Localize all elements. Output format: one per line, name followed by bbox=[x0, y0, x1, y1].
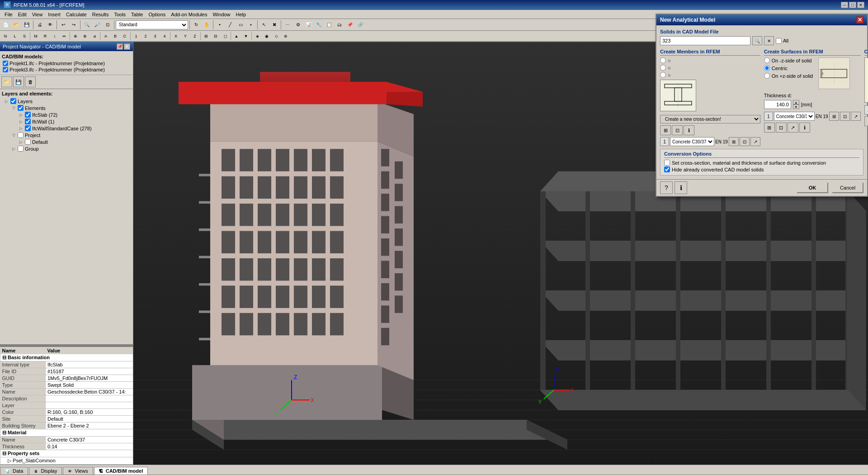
more-button7[interactable]: 📌 bbox=[345, 20, 355, 30]
solids-clear-button[interactable]: ✕ bbox=[764, 36, 774, 45]
surfaces-mat-select[interactable]: Concrete C30/37 bbox=[774, 112, 815, 121]
tb2-btn20[interactable]: Z bbox=[190, 32, 199, 41]
members-radio-input-2[interactable] bbox=[660, 65, 666, 71]
solids-search-button[interactable]: 🔍 bbox=[752, 36, 762, 45]
model2-checkbox[interactable] bbox=[3, 67, 8, 72]
members-action-1[interactable]: ⊞ bbox=[660, 125, 671, 135]
tb2-btn2[interactable]: L bbox=[10, 32, 19, 41]
panel-close-button[interactable]: ✕ bbox=[124, 43, 130, 50]
members-radio-3[interactable]: ○ bbox=[660, 72, 760, 78]
members-action-3[interactable]: ℹ bbox=[684, 125, 694, 135]
tb2-btn5[interactable]: R bbox=[41, 32, 50, 41]
conv-option-1-checkbox[interactable] bbox=[664, 160, 670, 166]
tb2-btn29[interactable]: ⊛ bbox=[281, 32, 290, 41]
tb2-btn23[interactable]: ◻ bbox=[221, 32, 230, 41]
ifc-slab-item[interactable]: ▷ IfcSlab (72) bbox=[18, 111, 131, 118]
thickness-up-button[interactable]: ▲ bbox=[793, 100, 799, 104]
surfaces-action-3[interactable]: ↗ bbox=[788, 123, 798, 133]
conv-option-2-checkbox[interactable] bbox=[664, 166, 670, 172]
dialog-close-button[interactable]: ✕ bbox=[856, 16, 863, 24]
layers-checkbox[interactable] bbox=[10, 98, 16, 104]
tb2-btn6[interactable]: ↕ bbox=[50, 32, 59, 41]
members-radio-2[interactable]: ○ bbox=[660, 65, 760, 71]
surfaces-action-4[interactable]: ℹ bbox=[799, 123, 810, 133]
layers-item[interactable]: ▷ Layers bbox=[4, 98, 131, 104]
view-select[interactable]: Standard bbox=[116, 20, 188, 29]
thickness-down-button[interactable]: ▼ bbox=[793, 104, 799, 109]
more-button5[interactable]: 📋 bbox=[324, 20, 334, 30]
tab-views[interactable]: 👁 Views bbox=[63, 467, 93, 475]
node-button[interactable]: • bbox=[215, 20, 225, 30]
surfaces-action-1[interactable]: ⊞ bbox=[764, 123, 775, 133]
tb2-btn10[interactable]: ⌀ bbox=[90, 32, 99, 41]
delete-button[interactable]: ✖ bbox=[269, 20, 279, 30]
model1-item[interactable]: Projekt1.ifc - Projektnummer (Projektnam… bbox=[2, 60, 131, 66]
more-button6[interactable]: 🗂 bbox=[335, 20, 344, 30]
project-checkbox[interactable] bbox=[18, 132, 24, 138]
tb2-btn3[interactable]: S bbox=[20, 32, 29, 41]
members-mat-btn3[interactable]: ↗ bbox=[750, 137, 760, 146]
surfaces-mat-btn2[interactable]: ⊡ bbox=[840, 112, 850, 121]
surface-radio-minus-z-input[interactable] bbox=[764, 57, 770, 63]
tb2-btn7[interactable]: ⇔ bbox=[60, 32, 69, 41]
tb2-btn21[interactable]: ⊞ bbox=[202, 32, 211, 41]
tb2-btn11[interactable]: A bbox=[101, 32, 110, 41]
ifc-slab-checkbox[interactable] bbox=[25, 112, 31, 118]
all-checkbox[interactable] bbox=[776, 38, 782, 44]
solid-button[interactable]: ▪ bbox=[246, 20, 256, 30]
tb2-btn14[interactable]: 1 bbox=[132, 32, 141, 41]
tab-display[interactable]: 🖥 Display bbox=[29, 467, 62, 475]
tab-cad-bim[interactable]: 🏗 CAD/BIM model bbox=[94, 467, 148, 475]
tb2-btn19[interactable]: Y bbox=[181, 32, 190, 41]
tool-delete-button[interactable]: 🗑 bbox=[25, 76, 36, 87]
group-item[interactable]: ▷ Group bbox=[11, 145, 131, 152]
solids-action-1[interactable]: ⊞ bbox=[864, 116, 868, 126]
members-mat-select[interactable]: Concrete C30/37 bbox=[670, 137, 714, 146]
members-radio-1[interactable]: ○ bbox=[660, 57, 760, 63]
maximize-button[interactable]: □ bbox=[849, 2, 856, 8]
menu-insert[interactable]: Insert bbox=[45, 11, 63, 18]
dialog-info-button[interactable]: ℹ bbox=[675, 181, 687, 194]
tb2-btn1[interactable]: N bbox=[1, 32, 10, 41]
tb2-btn25[interactable]: ▼ bbox=[241, 32, 250, 41]
tb2-btn9[interactable]: ⊗ bbox=[80, 32, 90, 41]
print-preview-button[interactable]: 👁 bbox=[45, 20, 55, 30]
tb2-btn12[interactable]: B bbox=[111, 32, 120, 41]
tb2-btn22[interactable]: ⊟ bbox=[211, 32, 220, 41]
surface-radio-plus-z[interactable]: On +z-side of solid bbox=[764, 73, 813, 79]
undo-button[interactable]: ↩ bbox=[58, 20, 68, 30]
model1-checkbox[interactable] bbox=[3, 61, 8, 66]
surface-radio-centric-input[interactable] bbox=[764, 65, 770, 71]
select-button[interactable]: ↖ bbox=[259, 20, 269, 30]
tool-folder-button[interactable]: 📁 bbox=[1, 76, 12, 87]
tb2-btn4[interactable]: M bbox=[31, 32, 40, 41]
panel-pin-button[interactable]: 📌 bbox=[117, 43, 123, 50]
menu-edit[interactable]: Edit bbox=[15, 11, 29, 18]
pan-button[interactable]: ✋ bbox=[202, 20, 212, 30]
default-checkbox[interactable] bbox=[25, 139, 31, 145]
surface-radio-plus-z-input[interactable] bbox=[764, 73, 770, 79]
fit-button[interactable]: ⊡ bbox=[103, 20, 113, 30]
close-button[interactable]: ✕ bbox=[857, 2, 864, 8]
menu-view[interactable]: View bbox=[29, 11, 46, 18]
members-radio-input-3[interactable] bbox=[660, 72, 666, 78]
more-button1[interactable]: ⋯ bbox=[283, 20, 292, 30]
thickness-input[interactable] bbox=[764, 100, 791, 109]
print-button[interactable]: 🖨 bbox=[35, 20, 45, 30]
menu-addon[interactable]: Add-on Modules bbox=[168, 11, 210, 18]
menu-table[interactable]: Table bbox=[128, 11, 146, 18]
redo-button[interactable]: ↪ bbox=[69, 20, 79, 30]
line-button[interactable]: ╱ bbox=[225, 20, 235, 30]
menu-tools[interactable]: Tools bbox=[111, 11, 128, 18]
tb2-btn26[interactable]: ◈ bbox=[253, 32, 262, 41]
tb2-btn27[interactable]: ◉ bbox=[262, 32, 271, 41]
elements-checkbox[interactable] bbox=[18, 105, 24, 111]
surfaces-mat-btn3[interactable]: ↗ bbox=[851, 112, 861, 121]
tb2-btn24[interactable]: ▲ bbox=[232, 32, 241, 41]
tb2-btn13[interactable]: C bbox=[120, 32, 129, 41]
surface-radio-centric[interactable]: Centric bbox=[764, 65, 788, 71]
elements-item[interactable]: ▽ Elements bbox=[11, 104, 131, 111]
zoom-out-button[interactable]: 🔎 bbox=[92, 20, 102, 30]
ifc-wall-std-item[interactable]: ▷ IfcWallStandardCase (278) bbox=[18, 125, 131, 132]
solids-input[interactable] bbox=[660, 36, 750, 45]
